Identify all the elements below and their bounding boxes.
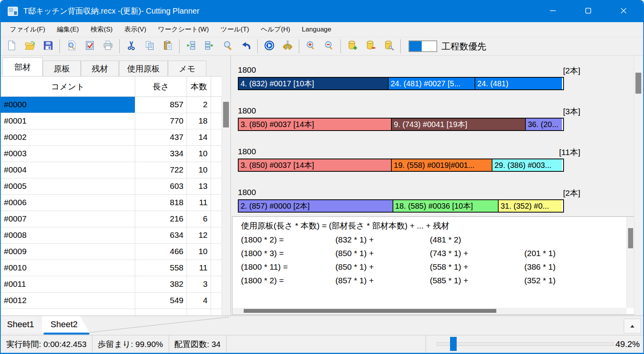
table-cell[interactable]: 634 bbox=[135, 227, 187, 243]
table-cell[interactable]: #0001 bbox=[1, 113, 135, 129]
menu-item-3[interactable]: 表示(V) bbox=[119, 22, 152, 37]
bar-segment[interactable]: 9. (743) #0041 [19本] bbox=[392, 119, 526, 130]
table-cell[interactable]: #0011 bbox=[1, 276, 135, 292]
sheet-tab-sheet2[interactable]: Sheet2 bbox=[42, 316, 89, 333]
scroll-up-button[interactable] bbox=[624, 319, 641, 333]
menu-item-5[interactable]: ツール(T) bbox=[215, 22, 255, 37]
tab-0[interactable]: 部材 bbox=[2, 58, 43, 76]
table-row[interactable]: #00113823 bbox=[1, 276, 222, 293]
table-cell[interactable]: 549 bbox=[135, 293, 187, 309]
table-cell[interactable]: 12 bbox=[187, 227, 211, 243]
column-header-length[interactable]: 長さ bbox=[135, 77, 187, 96]
table-cell[interactable]: 10 bbox=[187, 244, 211, 260]
tab-1[interactable]: 原板 bbox=[43, 61, 81, 76]
priority-toggle[interactable]: 工程数優先 bbox=[408, 40, 486, 52]
table-cell[interactable] bbox=[211, 195, 222, 211]
print-preview-button[interactable] bbox=[62, 38, 80, 54]
zoom-in-button[interactable] bbox=[302, 38, 320, 54]
table-cell[interactable]: 603 bbox=[135, 178, 187, 194]
table-cell[interactable]: 216 bbox=[135, 211, 187, 227]
bar-segment[interactable]: 29. (386) #003... bbox=[492, 159, 562, 171]
formula-vscrollbar[interactable] bbox=[627, 217, 634, 308]
layout-scrollbar[interactable] bbox=[634, 56, 642, 316]
table-cell[interactable] bbox=[211, 129, 222, 145]
table-cell[interactable]: 18 bbox=[187, 113, 211, 129]
table-cell[interactable] bbox=[211, 293, 222, 309]
table-cell[interactable]: 382 bbox=[135, 276, 187, 292]
scrollbar-thumb[interactable] bbox=[244, 309, 496, 313]
table-row[interactable]: #000863412 bbox=[1, 227, 222, 244]
run-button[interactable] bbox=[260, 38, 278, 54]
menu-item-2[interactable]: 検索(S) bbox=[85, 22, 119, 37]
cut-button[interactable] bbox=[122, 38, 140, 54]
table-row[interactable]: #00008572 bbox=[1, 97, 222, 113]
db-add-button[interactable] bbox=[343, 38, 361, 54]
bar-segment[interactable]: 2. (857) #0000 [2本] bbox=[239, 200, 393, 212]
table-cell[interactable]: 722 bbox=[135, 162, 187, 178]
table-cell[interactable] bbox=[211, 244, 222, 260]
bar-segment[interactable]: 3. (850) #0037 [14本] bbox=[239, 159, 392, 171]
paste-button[interactable] bbox=[159, 38, 177, 54]
menu-item-0[interactable]: ファイル(F) bbox=[4, 22, 51, 37]
open-folder-button[interactable] bbox=[21, 38, 39, 54]
table-cell[interactable]: #0010 bbox=[1, 260, 135, 276]
table-cell[interactable]: #0006 bbox=[1, 195, 135, 211]
table-cell[interactable]: 11 bbox=[187, 195, 211, 211]
table-cell[interactable] bbox=[211, 227, 222, 243]
table-cell[interactable]: 6 bbox=[187, 211, 211, 227]
bar-segment[interactable]: 31. (352) #0... bbox=[499, 200, 562, 212]
tab-4[interactable]: メモ bbox=[168, 61, 206, 76]
new-document-button[interactable] bbox=[2, 38, 21, 54]
menu-item-1[interactable]: 編集(E) bbox=[51, 22, 85, 37]
table-cell[interactable]: 818 bbox=[135, 195, 187, 211]
bar-segment[interactable]: 24. (481) bbox=[475, 78, 562, 89]
bar-segment[interactable]: 24. (481) #0027 [5... bbox=[389, 78, 475, 89]
bar-segment[interactable]: 19. (558) #0019|#001... bbox=[392, 159, 492, 171]
table-cell[interactable]: 3 bbox=[187, 276, 211, 292]
find-button[interactable] bbox=[218, 38, 237, 54]
sheet-tab-sheet1[interactable]: Sheet1 bbox=[2, 316, 45, 333]
table-row[interactable]: #000177018 bbox=[1, 113, 222, 129]
maximize-button[interactable] bbox=[576, 0, 600, 22]
table-row[interactable]: #001055811 bbox=[1, 260, 222, 276]
settings-gear-button[interactable] bbox=[278, 38, 297, 54]
table-row[interactable]: #000946610 bbox=[1, 244, 222, 260]
bar-segment[interactable]: 3. (850) #0037 [14本] bbox=[239, 119, 392, 130]
table-cell[interactable] bbox=[211, 260, 222, 276]
table-cell[interactable]: 437 bbox=[135, 129, 187, 145]
db-remove-button[interactable] bbox=[361, 38, 380, 54]
bar-segment[interactable]: 36. (20... bbox=[526, 119, 562, 130]
table-cell[interactable]: 334 bbox=[135, 146, 187, 162]
close-button[interactable] bbox=[611, 0, 635, 22]
page-check-button[interactable] bbox=[80, 38, 99, 54]
table-cell[interactable]: #0002 bbox=[1, 129, 135, 145]
table-cell[interactable]: #0005 bbox=[1, 178, 135, 194]
parts-table-scrollbar[interactable] bbox=[222, 96, 230, 316]
menu-item-7[interactable]: Language bbox=[296, 22, 337, 37]
table-cell[interactable]: 2 bbox=[187, 97, 211, 113]
minimize-button[interactable] bbox=[541, 0, 565, 22]
table-cell[interactable]: #0003 bbox=[1, 146, 135, 162]
table-row[interactable]: #000243714 bbox=[1, 129, 222, 146]
table-cell[interactable] bbox=[211, 113, 222, 129]
tab-3[interactable]: 使用原板 bbox=[119, 61, 168, 76]
table-cell[interactable]: #0004 bbox=[1, 162, 135, 178]
table-cell[interactable]: 466 bbox=[135, 244, 187, 260]
bar-segment[interactable]: 18. (585) #0036 [10本] bbox=[393, 200, 499, 212]
scrollbar-thumb[interactable] bbox=[628, 228, 633, 248]
column-header-comment[interactable]: コメント bbox=[1, 77, 135, 96]
save-button[interactable] bbox=[39, 38, 57, 54]
table-row[interactable]: #000560313 bbox=[1, 178, 222, 195]
scrollbar-thumb[interactable] bbox=[223, 102, 229, 127]
table-cell[interactable]: 857 bbox=[135, 97, 187, 113]
copy-button[interactable] bbox=[140, 38, 159, 54]
table-row[interactable]: #00072166 bbox=[1, 211, 222, 227]
table-cell[interactable]: #0012 bbox=[1, 293, 135, 309]
table-cell[interactable] bbox=[211, 162, 222, 178]
zoom-slider-thumb[interactable] bbox=[450, 337, 457, 351]
scrollbar-thumb[interactable] bbox=[635, 73, 641, 94]
column-header-count[interactable]: 本数 bbox=[187, 77, 211, 96]
table-cell[interactable] bbox=[211, 276, 222, 292]
db-key-button[interactable] bbox=[380, 38, 398, 54]
table-row[interactable]: #000472210 bbox=[1, 162, 222, 178]
